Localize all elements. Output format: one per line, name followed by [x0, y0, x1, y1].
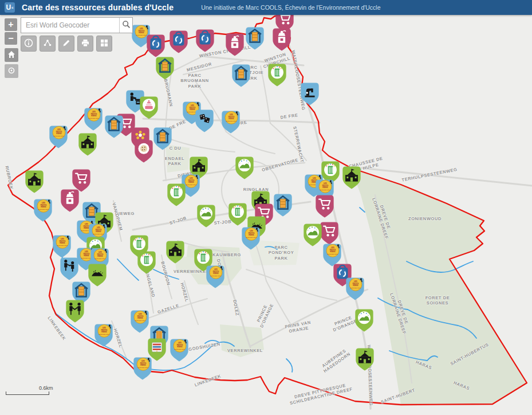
search-input[interactable]: [21, 18, 119, 33]
marker-compost[interactable]: [353, 307, 375, 332]
pencil-icon: [62, 38, 71, 49]
marker-petits-riens[interactable]: LESPETITSRIENSSPULLEN HULP: [220, 109, 242, 134]
svg-text:SPULLEN HULP: SPULLEN HULP: [350, 287, 361, 289]
marker-cart[interactable]: [314, 193, 336, 218]
marker-bakery[interactable]: [138, 95, 160, 120]
svg-text:RIENS: RIENS: [177, 346, 182, 348]
svg-text:RIENS: RIENS: [137, 317, 143, 319]
search-button[interactable]: [119, 18, 132, 33]
svg-text:RIENS: RIENS: [228, 118, 234, 120]
svg-text:RIENS: RIENS: [249, 234, 254, 236]
marker-compost[interactable]: [302, 222, 324, 247]
share-button[interactable]: [40, 36, 56, 52]
marker-give-box[interactable]: [230, 62, 252, 88]
marker-repair-cafe[interactable]: [59, 187, 81, 213]
marker-petits-riens[interactable]: LESPETITSRIENSSPULLEN HULP: [48, 124, 69, 149]
svg-text:SPULLEN HULP: SPULLEN HULP: [175, 349, 186, 350]
locate-icon: [7, 66, 15, 76]
basemap-grid-icon: [100, 38, 109, 49]
svg-text:SPULLEN HULP: SPULLEN HULP: [135, 320, 146, 322]
svg-text:RIENS: RIENS: [60, 242, 65, 244]
svg-text:SPULLEN HULP: SPULLEN HULP: [211, 275, 222, 277]
marker-eco-building[interactable]: [165, 182, 187, 207]
marker-petits-riens[interactable]: LESPETITSRIENSSPULLEN HULP: [168, 337, 190, 362]
header-bar: Uc Carte des ressources durables d'Uccle…: [0, 0, 532, 15]
svg-text:RIENS: RIENS: [140, 364, 145, 366]
svg-text:RIENS: RIENS: [322, 186, 328, 189]
marker-compost[interactable]: [234, 155, 255, 180]
marker-toy-library[interactable]: [194, 108, 215, 133]
marker-petits-riens[interactable]: LESPETITSRIENSSPULLEN HULP: [240, 225, 262, 250]
marker-donation-people[interactable]: [58, 256, 80, 281]
marker-eco-building[interactable]: [266, 62, 288, 87]
marker-school[interactable]: [341, 165, 362, 190]
geocoder-search: [21, 17, 133, 33]
svg-text:SPULLEN HULP: SPULLEN HULP: [38, 209, 49, 210]
info-button[interactable]: [21, 36, 37, 52]
marker-give-box[interactable]: [152, 126, 174, 151]
marker-school[interactable]: [354, 346, 376, 371]
svg-text:RIENS: RIENS: [56, 132, 61, 135]
page-subtitle: Une initiative de Marc COOLS, Échevin de…: [201, 4, 380, 11]
marker-petits-riens[interactable]: LESPETITSRIENSSPULLEN HULP: [344, 276, 366, 301]
marker-recycle-container[interactable]: [194, 28, 216, 53]
marker-petits-riens[interactable]: LESPETITSRIENSSPULLEN HULP: [132, 355, 153, 381]
marker-give-box[interactable]: [272, 192, 294, 217]
home-icon: [7, 50, 15, 60]
marker-petits-riens[interactable]: LESPETITSRIENSSPULLEN HULP: [82, 106, 104, 131]
marker-give-box[interactable]: [103, 113, 125, 139]
svg-text:SPULLEN HULP: SPULLEN HULP: [226, 120, 237, 122]
info-icon: [24, 38, 33, 49]
share-icon: [43, 38, 52, 49]
svg-text:RIENS: RIENS: [188, 181, 194, 183]
svg-text:RIENS: RIENS: [96, 230, 101, 233]
draw-button[interactable]: [58, 36, 74, 52]
marker-pastry[interactable]: [133, 138, 155, 163]
marker-barter-handshake[interactable]: [64, 298, 86, 323]
svg-text:SPULLEN HULP: SPULLEN HULP: [186, 184, 197, 186]
zoom-out-button[interactable]: −: [5, 32, 17, 45]
marker-recycle-container[interactable]: [145, 33, 167, 58]
marker-school[interactable]: [23, 169, 45, 194]
marker-petits-riens[interactable]: LESPETITSRIENSSPULLEN HULP: [51, 233, 73, 259]
zoom-controls: + −: [5, 18, 17, 46]
svg-text:SPULLEN HULP: SPULLEN HULP: [328, 253, 338, 255]
home-button[interactable]: [5, 48, 18, 62]
svg-text:SPULLEN HULP: SPULLEN HULP: [57, 245, 68, 246]
svg-text:SPULLEN HULP: SPULLEN HULP: [95, 258, 106, 260]
marker-petits-riens[interactable]: LESPETITSRIENSSPULLEN HULP: [32, 197, 54, 222]
marker-sewing-atelier[interactable]: [299, 81, 321, 106]
svg-text:SPULLEN HULP: SPULLEN HULP: [320, 189, 331, 191]
locate-button[interactable]: [5, 64, 18, 78]
search-icon: [122, 20, 131, 30]
marker-recycle-container[interactable]: [168, 29, 190, 54]
print-button[interactable]: [77, 36, 93, 52]
marker-eco-building[interactable]: [136, 249, 157, 275]
marker-repair-cafe[interactable]: [271, 26, 293, 52]
svg-text:RIENS: RIENS: [91, 115, 96, 117]
printer-icon: [81, 38, 90, 49]
marker-petits-riens[interactable]: LESPETITSRIENSSPULLEN HULP: [204, 264, 226, 289]
svg-text:RIENS: RIENS: [213, 272, 218, 275]
svg-text:RIENS: RIENS: [97, 255, 103, 257]
svg-text:RIENS: RIENS: [353, 284, 358, 287]
svg-text:SPULLEN HULP: SPULLEN HULP: [89, 118, 100, 119]
marker-give-box-green[interactable]: [154, 55, 176, 80]
marker-give-box[interactable]: [244, 25, 266, 50]
uccle-logo: Uc: [5, 2, 15, 13]
app: { "header": { "logo_text": "U", "title":…: [0, 0, 532, 415]
map-canvas[interactable]: WINSTON CHURCHILLWINSTON CHURCHILLMESSID…: [0, 15, 532, 415]
marker-compost[interactable]: [195, 203, 217, 228]
marker-repair-cafe[interactable]: [224, 32, 246, 57]
svg-text:SPULLEN HULP: SPULLEN HULP: [99, 334, 110, 335]
marker-school[interactable]: [77, 131, 98, 156]
basemap-button[interactable]: [96, 36, 112, 52]
map-toolbar: [21, 36, 112, 52]
svg-text:RIENS: RIENS: [330, 250, 335, 253]
marker-petits-riens[interactable]: LESPETITSRIENSSPULLEN HULP: [129, 308, 151, 334]
marker-school[interactable]: [164, 239, 186, 264]
page-title: Carte des ressources durables d'Uccle: [22, 3, 174, 12]
marker-petits-riens[interactable]: LESPETITSRIENSSPULLEN HULP: [93, 322, 115, 347]
svg-text:RIENS: RIENS: [139, 32, 144, 34]
zoom-in-button[interactable]: +: [5, 18, 17, 31]
